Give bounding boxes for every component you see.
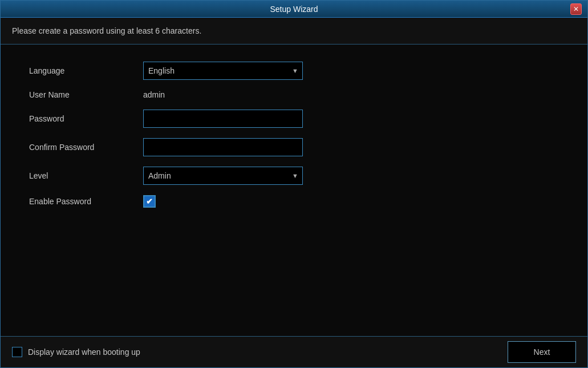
enable-password-label: Enable Password	[29, 197, 143, 206]
username-label: User Name	[29, 90, 143, 99]
footer-left: Display wizard when booting up	[12, 347, 140, 357]
close-button[interactable]: ✕	[570, 3, 582, 15]
level-row: Level Admin User Guest	[29, 167, 559, 185]
language-label: Language	[29, 66, 143, 75]
level-label: Level	[29, 171, 143, 180]
title-bar: Setup Wizard ✕	[1, 1, 587, 18]
password-label: Password	[29, 114, 143, 123]
confirm-password-input[interactable]	[143, 138, 303, 156]
username-value: admin	[143, 90, 165, 99]
window-title: Setup Wizard	[18, 5, 570, 14]
username-row: User Name admin	[29, 90, 559, 99]
setup-wizard-window: Setup Wizard ✕ Please create a password …	[0, 0, 588, 368]
footer: Display wizard when booting up Next	[1, 336, 587, 367]
password-row: Password	[29, 110, 559, 128]
password-input[interactable]	[143, 110, 303, 128]
confirm-password-label: Confirm Password	[29, 143, 143, 152]
confirm-password-row: Confirm Password	[29, 138, 559, 156]
language-row: Language English Chinese French German S…	[29, 62, 559, 80]
language-select-wrapper: English Chinese French German Spanish	[143, 62, 303, 80]
language-select[interactable]: English Chinese French German Spanish	[143, 62, 303, 80]
enable-password-row: Enable Password ✔	[29, 195, 559, 208]
main-content: Language English Chinese French German S…	[1, 45, 587, 336]
display-wizard-label: Display wizard when booting up	[28, 347, 140, 357]
display-wizard-checkbox[interactable]	[12, 347, 22, 357]
instruction-text: Please create a password using at least …	[12, 26, 201, 35]
level-select-wrapper: Admin User Guest	[143, 167, 303, 185]
checkbox-check-icon: ✔	[146, 197, 153, 206]
enable-password-checkbox[interactable]: ✔	[143, 195, 156, 208]
close-icon: ✕	[573, 5, 579, 13]
next-button[interactable]: Next	[508, 341, 576, 363]
level-select[interactable]: Admin User Guest	[143, 167, 303, 185]
instruction-bar: Please create a password using at least …	[1, 18, 587, 45]
